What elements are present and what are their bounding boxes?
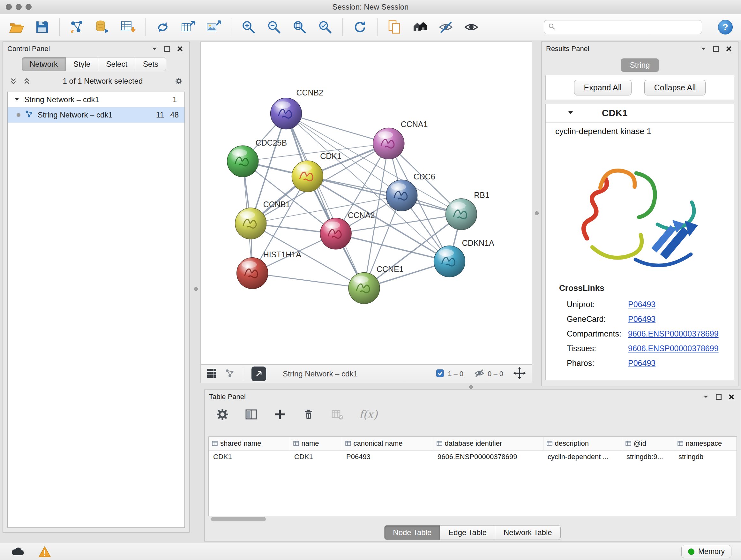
open-session-icon[interactable] (8, 19, 25, 36)
hide-annotations-icon[interactable] (437, 19, 454, 36)
close-window-button[interactable] (6, 4, 12, 10)
tab-network[interactable]: Network (22, 57, 66, 71)
column-header-id[interactable]: @id (622, 437, 674, 450)
crosslink-link[interactable]: 9606.ENSP00000378699 (628, 344, 719, 353)
crosslink-link[interactable]: P06493 (628, 300, 656, 309)
minimize-window-button[interactable] (16, 4, 22, 10)
vertical-splitter-handle[interactable] (535, 211, 539, 215)
refresh-icon[interactable] (352, 19, 368, 36)
panel-collapse-icon[interactable] (150, 44, 159, 54)
panel-close-icon[interactable] (175, 44, 185, 54)
panel-float-icon[interactable] (711, 44, 721, 54)
crosslink-link[interactable]: P06493 (628, 359, 656, 368)
node-CDK1[interactable] (292, 161, 323, 192)
move-icon[interactable] (513, 367, 526, 381)
edge-CCNB2-CCNA1[interactable] (286, 114, 388, 144)
houses-icon[interactable] (412, 19, 428, 36)
maximize-window-button[interactable] (25, 4, 31, 10)
tab-style[interactable]: Style (65, 57, 98, 71)
apply-layout-icon[interactable] (154, 19, 171, 36)
panel-collapse-icon[interactable] (701, 392, 711, 401)
node-CDC25B[interactable] (227, 145, 259, 177)
column-header-canonical-name[interactable]: canonical name (342, 437, 433, 450)
delete-table-icon-disabled[interactable] (330, 408, 344, 422)
node-RB1[interactable] (446, 199, 477, 230)
node-CDKN1A[interactable] (434, 246, 465, 277)
column-header-name[interactable]: name (290, 437, 342, 450)
export-image-icon[interactable] (205, 19, 222, 36)
select-columns-icon[interactable] (244, 408, 258, 422)
crosslink-row: GeneCard:P06493 (546, 312, 734, 326)
tab-sets[interactable]: Sets (135, 57, 166, 71)
panel-collapse-icon[interactable] (698, 44, 708, 54)
tab-select[interactable]: Select (98, 57, 135, 71)
node-CCNA2[interactable] (320, 218, 351, 249)
vertical-splitter-handle[interactable] (194, 287, 198, 291)
function-builder-icon[interactable]: f(x) (359, 408, 378, 421)
node-CCNE1[interactable] (348, 273, 380, 304)
network-view-canvas[interactable]: CCNB2CCNA1CDC25BCDK1CDC6RB1CCNB1CCNA2CDK… (200, 42, 532, 365)
node-label-CCNE1: CCNE1 (377, 265, 404, 273)
network-share-icon[interactable] (225, 368, 234, 379)
node-label-CDKN1A: CDKN1A (462, 239, 494, 247)
expand-all-button[interactable]: Expand All (574, 80, 631, 96)
panel-close-icon[interactable] (727, 392, 736, 401)
node-HIST1H1A[interactable] (237, 258, 268, 289)
gear-icon[interactable] (174, 76, 184, 86)
panel-float-icon[interactable] (162, 44, 172, 54)
delete-column-icon[interactable] (301, 408, 316, 422)
hidden-eye-slash-icon[interactable] (474, 368, 484, 380)
selected-checkbox-icon[interactable] (435, 369, 445, 379)
tab-network-table[interactable]: Network Table (495, 525, 561, 540)
node-label-HIST1H1A: HIST1H1A (263, 250, 301, 259)
export-table-icon[interactable] (180, 19, 197, 36)
tree-expander-icon[interactable] (14, 95, 20, 104)
save-session-icon[interactable] (34, 19, 51, 36)
scrollbar-thumb[interactable] (211, 517, 266, 521)
column-header-shared-name[interactable]: shared name (209, 437, 290, 450)
add-column-icon[interactable] (273, 408, 287, 422)
panel-close-icon[interactable] (724, 44, 734, 54)
column-header-description[interactable]: description (543, 437, 622, 450)
column-header-database-identifier[interactable]: database identifier (433, 437, 543, 450)
node-CCNB1[interactable] (235, 208, 266, 239)
collapse-all-button[interactable]: Collapse All (644, 80, 706, 96)
network-collection-row[interactable]: String Network – cdk1 1 (8, 92, 185, 107)
crosslink-link[interactable]: 9606.ENSP00000378699 (628, 329, 719, 338)
expand-all-networks-icon[interactable] (9, 76, 18, 86)
search-input[interactable] (558, 23, 698, 31)
cloud-icon[interactable] (10, 545, 25, 558)
node-CCNB2[interactable] (271, 98, 302, 129)
collapse-all-networks-icon[interactable] (22, 76, 31, 86)
zoom-fit-icon[interactable] (291, 19, 308, 36)
results-tab-string[interactable]: String (621, 58, 659, 72)
tab-node-table[interactable]: Node Table (384, 525, 440, 540)
table-gear-icon[interactable] (215, 408, 229, 422)
panel-float-icon[interactable] (714, 392, 724, 401)
node-CDC6[interactable] (386, 180, 417, 211)
import-table-icon[interactable] (120, 19, 136, 36)
copy-documents-icon[interactable] (387, 19, 403, 36)
birds-eye-view-icon[interactable] (206, 368, 217, 380)
zoom-selected-icon[interactable] (317, 19, 333, 36)
network-row-selected[interactable]: String Network – cdk1 11 48 (8, 107, 185, 123)
zoom-out-icon[interactable] (266, 19, 282, 36)
horizontal-splitter-handle[interactable] (469, 385, 473, 389)
node-CCNA1[interactable] (373, 128, 404, 159)
warning-icon[interactable] (37, 545, 52, 558)
edge-HIST1H1A-CCNE1[interactable] (253, 273, 364, 288)
open-in-new-window-button[interactable] (252, 367, 266, 381)
table-row[interactable]: CDK1 CDK1 P06493 9606.ENSP00000378699 cy… (209, 450, 737, 463)
crosslink-link[interactable]: P06493 (628, 314, 656, 324)
collapse-protein-icon[interactable] (567, 110, 574, 117)
import-network-file-icon[interactable] (69, 19, 85, 36)
network-share-icon (25, 110, 33, 120)
import-network-database-icon[interactable] (94, 19, 111, 36)
help-button[interactable]: ? (718, 20, 733, 35)
show-annotations-icon[interactable] (463, 19, 480, 36)
memory-button[interactable]: Memory (681, 545, 731, 558)
column-header-namespace[interactable]: namespace (674, 437, 737, 450)
edge-CCNB2-CCNE1[interactable] (286, 114, 364, 288)
zoom-in-icon[interactable] (240, 19, 257, 36)
tab-edge-table[interactable]: Edge Table (440, 525, 495, 540)
